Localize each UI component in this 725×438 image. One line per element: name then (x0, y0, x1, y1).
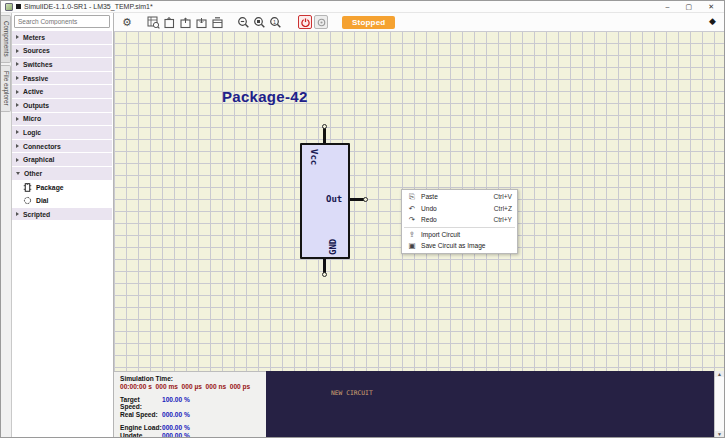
dial-icon (23, 196, 32, 205)
target-speed-row: Target Speed: 100.00 % (120, 396, 266, 410)
zoom-fit-icon[interactable] (252, 15, 266, 29)
window-title: SimulIDE-1.1.0-SR1 - LM35_TEMP.sim1* (24, 3, 153, 10)
update-load-row: Update Load: 000.00 % (120, 432, 266, 438)
chevron-right-icon (16, 158, 19, 162)
search-input[interactable] (14, 15, 110, 28)
redo-icon: ↷ (408, 216, 416, 224)
recent-circuits-icon[interactable] (146, 15, 160, 29)
component-name-label: Package-42 (222, 88, 308, 105)
menu-item-redo[interactable]: ↷ Redo Ctrl+Y (402, 214, 517, 226)
zoom-out-icon[interactable] (236, 15, 250, 29)
console-scrollbar[interactable]: ▲ ▼ (714, 371, 724, 437)
main-toolbar: ⚙ 1 Stopped ◆ (114, 13, 724, 31)
maximize-button[interactable]: ▢ (686, 3, 693, 11)
pause-button[interactable] (314, 15, 328, 29)
simulation-time-label: Simulation Time: (120, 375, 266, 382)
console-header: NEW CIRCUIT (331, 389, 712, 397)
chevron-right-icon (16, 62, 19, 66)
simulide-window: SimulIDE-1.1.0-SR1 - LM35_TEMP.sim1* – ▢… (0, 0, 725, 438)
sidebar-item-scripted[interactable]: Scripted (12, 208, 112, 222)
minimize-button[interactable]: – (666, 3, 670, 11)
import-icon: ⇪ (408, 231, 416, 239)
simulation-time-value: 00:00:00 s 000 ms 000 µs 000 ns 000 ps (120, 383, 266, 390)
sidebar-item-passive[interactable]: Passive (12, 72, 112, 86)
status-badge: Stopped (342, 16, 395, 29)
sidebar-item-meters[interactable]: Meters (12, 31, 112, 45)
package-component[interactable] (300, 143, 350, 259)
save-circuit-icon[interactable] (194, 15, 208, 29)
side-tab-strip: Components File explorer (1, 13, 12, 437)
context-menu: ⎘ Paste Ctrl+V ↶ Undo Ctrl+Z ↷ Redo Ctrl… (401, 189, 518, 254)
pin-endpoint[interactable] (322, 124, 327, 129)
menu-item-import-circuit[interactable]: ⇪ Import Circuit (402, 229, 517, 241)
chevron-right-icon (16, 117, 19, 121)
sidebar-item-sources[interactable]: Sources (12, 45, 112, 59)
menu-item-undo[interactable]: ↶ Undo Ctrl+Z (402, 203, 517, 215)
sidebar-item-other[interactable]: Other (12, 167, 112, 181)
info-diamond-icon[interactable]: ◆ (709, 16, 716, 26)
menu-item-save-image[interactable]: ▣ Save Circuit as Image (402, 240, 517, 252)
open-circuit-icon[interactable] (178, 15, 192, 29)
pin-label-out: Out (326, 194, 342, 204)
engine-load-row: Engine Load: 000.00 % (120, 424, 266, 431)
menu-item-paste[interactable]: ⎘ Paste Ctrl+V (402, 191, 517, 203)
sidebar-item-package[interactable]: Package (12, 181, 112, 195)
chevron-right-icon (16, 103, 19, 107)
real-speed-row: Real Speed: 000.00 % (120, 411, 266, 418)
zoom-one-icon[interactable]: 1 (268, 15, 282, 29)
pin-label-vcc: Vcc (309, 149, 319, 165)
pin-label-gnd: GND (328, 239, 338, 255)
undo-icon: ↶ (408, 205, 416, 213)
chevron-right-icon (16, 76, 19, 80)
close-button[interactable]: ✕ (708, 3, 714, 11)
sidebar-item-connectors[interactable]: Connectors (12, 140, 112, 154)
title-square-icon (16, 4, 21, 9)
pin-endpoint[interactable] (322, 272, 327, 277)
app-icon (5, 3, 13, 11)
sidebar-item-active[interactable]: Active (12, 85, 112, 99)
chevron-right-icon (16, 130, 19, 134)
pin-endpoint[interactable] (363, 197, 368, 202)
svg-text:1: 1 (272, 18, 275, 24)
sidebar-item-outputs[interactable]: Outputs (12, 99, 112, 113)
chevron-right-icon (16, 144, 19, 148)
components-sidebar: Meters Sources Switches Passive Active O… (12, 13, 114, 437)
power-run-button[interactable] (298, 15, 312, 29)
tab-file-explorer[interactable]: File explorer (1, 65, 11, 112)
scroll-down-icon[interactable]: ▼ (717, 431, 722, 437)
component-category-list: Meters Sources Switches Passive Active O… (12, 31, 112, 221)
sidebar-item-micro[interactable]: Micro (12, 113, 112, 127)
menu-separator (404, 227, 515, 228)
message-console[interactable]: NEW CIRCUIT Circuit Loaded: C:/D Drive/P… (266, 371, 714, 437)
settings-gear-icon[interactable]: ⚙ (120, 15, 134, 29)
title-bar: SimulIDE-1.1.0-SR1 - LM35_TEMP.sim1* – ▢… (1, 1, 724, 13)
save-circuit-as-icon[interactable] (210, 15, 224, 29)
sidebar-item-logic[interactable]: Logic (12, 126, 112, 140)
chevron-right-icon (16, 90, 19, 94)
sidebar-item-switches[interactable]: Switches (12, 58, 112, 72)
chevron-right-icon (16, 49, 19, 53)
chevron-right-icon (16, 35, 19, 39)
simulation-info-panel: Simulation Time: 00:00:00 s 000 ms 000 µ… (114, 371, 266, 437)
pin-vcc[interactable] (323, 128, 326, 143)
chip-icon (23, 183, 32, 192)
scroll-track[interactable] (715, 377, 724, 431)
image-icon: ▣ (408, 242, 416, 250)
tab-components[interactable]: Components (1, 15, 11, 63)
new-circuit-icon[interactable] (162, 15, 176, 29)
chevron-right-icon (16, 212, 19, 216)
sidebar-item-graphical[interactable]: Graphical (12, 153, 112, 167)
sidebar-item-dial[interactable]: Dial (12, 194, 112, 208)
paste-icon: ⎘ (408, 193, 416, 201)
chevron-down-icon (16, 172, 20, 175)
